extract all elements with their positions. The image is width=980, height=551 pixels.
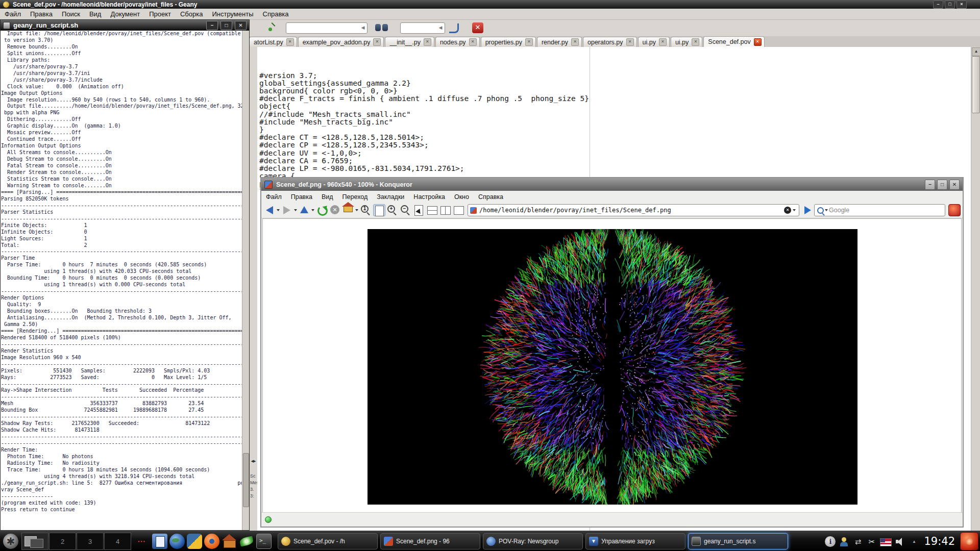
user-tray-icon[interactable] (839, 536, 849, 547)
search-engine-icon[interactable] (817, 207, 824, 214)
app-launcher-icon[interactable] (3, 534, 18, 549)
zoom-original-button[interactable]: 1 (360, 204, 372, 216)
clear-goto-icon[interactable] (437, 24, 444, 31)
info-tray-icon[interactable] (825, 536, 836, 547)
launcher-icon[interactable] (239, 534, 254, 549)
menu-item[interactable]: Закладки (372, 192, 409, 202)
tab-close-icon[interactable] (373, 38, 381, 46)
menu-item[interactable]: Правка (26, 9, 57, 19)
editor-tab[interactable]: atorList.py (249, 37, 297, 47)
minimize-button[interactable] (933, 1, 943, 9)
search-input[interactable] (286, 22, 368, 34)
find-icon[interactable] (375, 24, 388, 32)
menu-item[interactable]: Поиск (57, 9, 85, 19)
menu-item[interactable]: Окно (450, 192, 474, 202)
search-bar[interactable]: Google (814, 204, 945, 216)
zoom-in-button[interactable]: + (386, 204, 399, 216)
home-dropdown-icon[interactable] (355, 209, 358, 211)
minimize-button[interactable]: – (206, 21, 218, 30)
fit-page-toggle[interactable] (373, 204, 385, 216)
goto-line-input[interactable] (400, 22, 445, 34)
menu-item[interactable]: Справка (474, 192, 508, 202)
tab-close-icon[interactable] (571, 38, 579, 46)
location-bar[interactable]: /home/leonid/blender/povray/inet_files/S… (468, 204, 799, 216)
tab-close-icon[interactable] (754, 38, 762, 46)
forward-dropdown-icon[interactable] (294, 209, 297, 211)
clock[interactable]: 19:42 (924, 535, 955, 547)
geany-sidebar[interactable]: ScMes3.3: (249, 47, 258, 531)
task-button[interactable]: geany_run_script.s (688, 533, 788, 549)
konqueror-titlebar[interactable]: Scene_def.png - 960x540 - 100% - Konquer… (261, 178, 963, 191)
scrollbar-thumb[interactable] (972, 56, 980, 113)
editor-scrollbar[interactable] (971, 47, 980, 531)
task-button[interactable]: Scene_def.png - 96 (380, 533, 480, 549)
editor-tab[interactable]: ui.py (638, 37, 670, 47)
menu-item[interactable]: Сборка (176, 9, 208, 19)
tab-close-icon[interactable] (469, 38, 477, 46)
editor-tab[interactable]: example_pov_addon.py (298, 37, 384, 47)
close-button[interactable]: ✕ (235, 21, 247, 30)
keyboard-layout-icon[interactable] (880, 538, 892, 546)
task-button[interactable]: Управление загруз (585, 533, 685, 549)
network-tray-icon[interactable] (852, 536, 863, 547)
launcher-icon[interactable] (204, 534, 219, 549)
up-button[interactable] (299, 204, 311, 216)
menu-item[interactable]: Файл (261, 192, 286, 202)
tab-close-icon[interactable] (692, 38, 699, 46)
editor-tab[interactable]: nodes.py (435, 37, 480, 47)
close-view-button[interactable] (453, 204, 465, 216)
menu-item[interactable]: Переход (338, 192, 373, 202)
editor-tab[interactable]: properties.py (481, 37, 536, 47)
scroll-up-icon[interactable] (972, 47, 980, 56)
color-chooser-icon[interactable] (267, 23, 277, 32)
tab-close-icon[interactable] (659, 38, 667, 46)
clear-location-icon[interactable] (784, 207, 791, 214)
volume-tray-icon[interactable] (895, 536, 905, 547)
task-button[interactable]: Scene_def.pov - /h (278, 533, 378, 549)
clear-search-icon[interactable] (360, 24, 366, 31)
menu-item[interactable]: Правка (286, 192, 317, 202)
menu-item[interactable]: Настройка (409, 192, 450, 202)
go-button[interactable] (804, 206, 811, 214)
search-dropdown-icon[interactable] (825, 209, 828, 211)
menu-item[interactable]: Файл (0, 9, 26, 19)
home-button[interactable] (342, 204, 355, 216)
maximize-button[interactable]: □ (937, 180, 947, 190)
split-view-vertical-button[interactable] (439, 204, 452, 216)
launcher-icon[interactable] (152, 534, 167, 549)
tab-close-icon[interactable] (626, 38, 634, 46)
editor-tab[interactable]: ui.py (671, 37, 702, 47)
forward-button[interactable] (281, 204, 293, 216)
sidebar-scroll-arrows-icon[interactable] (249, 459, 257, 465)
menu-item[interactable]: Вид (317, 192, 338, 202)
terminal-output[interactable]: Input file: /home/leonid/blender/povray/… (1, 31, 249, 530)
close-button[interactable]: ✕ (949, 180, 960, 190)
jump-to-line-icon[interactable] (449, 23, 459, 33)
tab-close-icon[interactable] (525, 38, 533, 46)
up-dropdown-icon[interactable] (311, 209, 314, 211)
maximize-button[interactable]: □ (220, 21, 232, 30)
editor-tab[interactable]: operators.py (583, 37, 636, 47)
quit-button[interactable] (472, 22, 483, 33)
clipboard-tray-icon[interactable] (866, 536, 877, 547)
launcher-icon[interactable] (222, 534, 237, 549)
pager-cell[interactable]: 2 (49, 533, 76, 550)
back-dropdown-icon[interactable] (277, 209, 280, 211)
applet-dots-icon[interactable] (136, 534, 147, 549)
maximize-button[interactable] (945, 1, 955, 9)
tab-close-icon[interactable] (424, 38, 431, 46)
corner-app-icon[interactable] (960, 532, 978, 550)
menu-item[interactable]: Проект (144, 9, 176, 19)
location-text[interactable]: /home/leonid/blender/povray/inet_files/S… (479, 207, 784, 214)
launcher-icon[interactable] (187, 534, 202, 549)
stop-button[interactable] (329, 204, 341, 216)
menu-item[interactable]: Вид (85, 9, 106, 19)
terminal-titlebar[interactable]: geany_run_script.sh – □ ✕ (1, 20, 249, 31)
launcher-icon[interactable] (169, 534, 185, 549)
pager-cell[interactable]: 3 (77, 533, 104, 550)
editor-tab[interactable]: render.py (537, 37, 582, 47)
pager-cell[interactable]: 4 (104, 533, 131, 550)
task-button[interactable]: POV-Ray: Newsgroup (483, 533, 583, 549)
back-button[interactable] (264, 204, 276, 216)
editor-tab[interactable]: Scene_def.pov (703, 36, 764, 47)
